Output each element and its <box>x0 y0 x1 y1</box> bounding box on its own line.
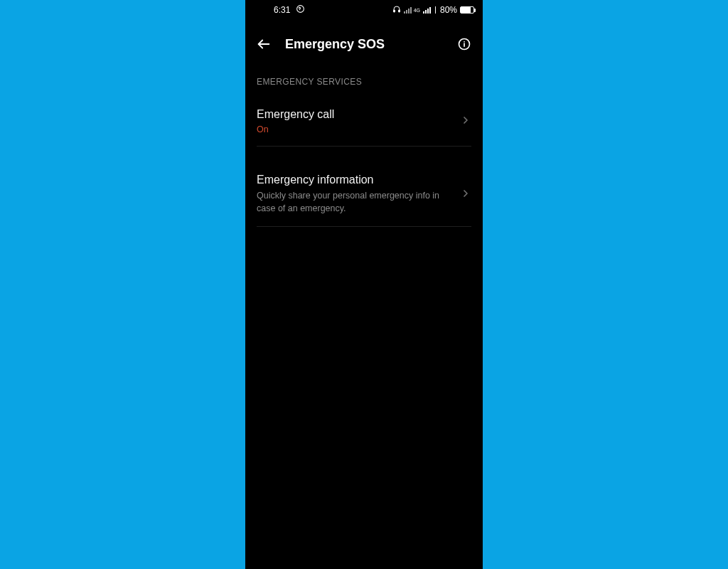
battery-percent: 80% <box>440 5 457 15</box>
signal-icon-2 <box>423 6 431 14</box>
item-emergency-call[interactable]: Emergency call On <box>257 97 471 147</box>
svg-rect-2 <box>398 10 400 12</box>
app-bar: Emergency SOS <box>245 27 483 61</box>
status-left: 6:31 <box>254 4 305 16</box>
status-bar: 6:31 4G 80% <box>245 0 483 20</box>
item-subtitle: Quickly share your personal emergency in… <box>257 190 453 215</box>
chevron-right-icon <box>460 188 471 199</box>
item-status: On <box>257 124 453 134</box>
page-title: Emergency SOS <box>285 37 443 52</box>
back-button[interactable] <box>255 36 272 53</box>
item-text: Emergency information Quickly share your… <box>257 172 460 216</box>
chevron-right-icon <box>460 115 471 126</box>
whatsapp-icon <box>296 4 305 16</box>
section-header: EMERGENCY SERVICES <box>257 77 471 87</box>
spacer <box>257 147 471 162</box>
status-right: 4G 80% <box>392 5 474 16</box>
item-emergency-information[interactable]: Emergency information Quickly share your… <box>257 162 471 228</box>
info-button[interactable] <box>456 36 473 53</box>
battery-icon <box>460 6 474 14</box>
item-title: Emergency call <box>257 107 453 122</box>
item-title: Emergency information <box>257 172 453 188</box>
svg-point-6 <box>464 41 465 43</box>
network-label: 4G <box>414 8 420 13</box>
item-text: Emergency call On <box>257 107 460 134</box>
headphones-icon <box>392 5 401 16</box>
status-time: 6:31 <box>274 5 290 15</box>
divider <box>435 6 436 14</box>
signal-icon <box>404 6 412 14</box>
content: EMERGENCY SERVICES Emergency call On Eme… <box>245 61 483 227</box>
info-icon <box>457 37 471 51</box>
svg-rect-1 <box>393 10 395 12</box>
arrow-left-icon <box>256 36 272 52</box>
phone-frame: 6:31 4G 80% <box>245 0 483 569</box>
